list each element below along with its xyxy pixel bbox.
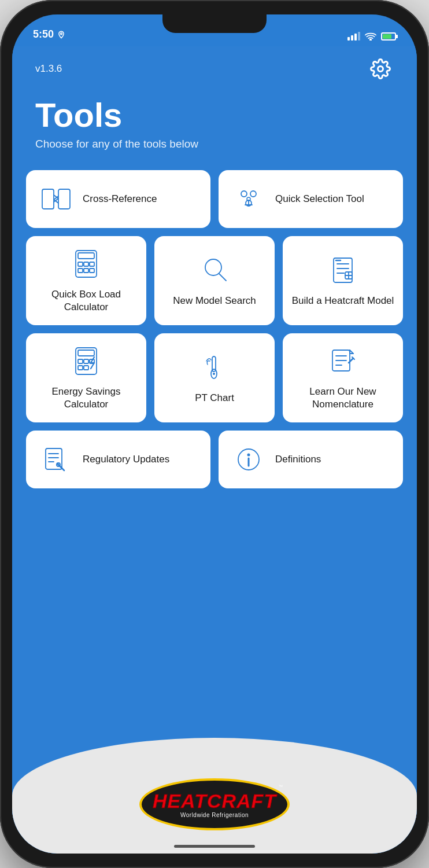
home-indicator[interactable] [174,845,255,848]
svg-point-1 [370,39,372,40]
version-label: v1.3.6 [35,63,62,75]
model-search-label: New Model Search [173,295,256,307]
svg-rect-27 [78,350,94,356]
regulatory-label: Regulatory Updates [83,453,169,466]
wifi-icon [365,32,376,41]
regulatory-icon [40,443,72,476]
tool-energy-savings[interactable]: Energy Savings Calculator [26,333,146,422]
cross-reference-label: Cross-Reference [83,193,157,205]
notch [162,14,267,33]
svg-rect-12 [84,262,88,266]
svg-rect-26 [76,348,97,374]
quick-selection-label: Quick Selection Tool [275,193,364,205]
gear-icon [370,58,391,79]
svg-rect-28 [78,359,83,363]
phone-frame: 5:50 [0,0,429,868]
svg-rect-29 [84,359,88,363]
svg-point-46 [247,454,250,457]
status-right [347,32,396,41]
phone-screen: 5:50 [12,14,417,854]
page-subtitle: Choose for any of the tools below [35,138,394,150]
tool-quick-selection[interactable]: Quick Selection Tool [219,170,403,228]
logo-sub-text: Worldwide Refrigeration [180,812,249,818]
time-display: 5:50 [33,28,54,41]
tool-definitions[interactable]: Definitions [219,431,403,488]
cross-reference-icon [40,183,72,215]
version-row: v1.3.6 [35,56,394,82]
battery-icon [381,32,396,41]
nomenclature-label: Learn Our New Nomenclature [290,385,396,411]
definitions-icon [232,443,265,476]
tool-cross-reference[interactable]: Cross-Reference [26,170,210,228]
nomenclature-icon [327,345,359,377]
settings-button[interactable] [367,56,394,82]
svg-point-35 [213,373,215,375]
svg-rect-16 [90,269,94,273]
pt-chart-label: PT Chart [195,392,234,404]
bottom-area: ™ HEATCRAFT Worldwide Refrigeration [12,715,417,854]
svg-rect-13 [90,262,94,266]
build-model-label: Build a Heatcraft Model [292,295,394,307]
svg-rect-31 [78,366,83,370]
energy-savings-label: Energy Savings Calculator [33,385,139,411]
tool-pt-chart[interactable]: PT Chart [154,333,275,422]
svg-line-18 [219,274,226,281]
tool-regulatory[interactable]: Regulatory Updates [26,431,210,488]
heatcraft-logo: ™ HEATCRAFT Worldwide Refrigeration [139,778,290,830]
svg-rect-14 [78,269,83,273]
svg-rect-4 [58,189,70,209]
definitions-label: Definitions [275,453,321,466]
svg-rect-32 [84,366,88,370]
calculator-icon [70,248,102,280]
svg-point-6 [250,191,256,197]
tool-model-search[interactable]: New Model Search [154,236,275,325]
svg-rect-3 [42,189,54,209]
svg-point-2 [378,67,383,72]
tools-row-3: Energy Savings Calculator [26,333,403,422]
logo-tm: ™ [278,784,283,789]
status-bar: 5:50 [12,14,417,46]
energy-icon [70,345,102,377]
bottom-curve: ™ HEATCRAFT Worldwide Refrigeration [12,738,417,854]
quick-selection-icon [232,183,265,215]
signal-bars [347,32,360,41]
tool-nomenclature[interactable]: Learn Our New Nomenclature [283,333,403,422]
logo-oval: ™ HEATCRAFT Worldwide Refrigeration [139,778,290,830]
svg-point-17 [205,259,221,275]
location-icon [57,31,65,39]
main-screen: v1.3.6 Tools Choose for any of the tools… [12,46,417,854]
build-model-icon [327,254,359,286]
tools-row-1: Cross-Reference Quick Sel [26,170,403,228]
svg-rect-15 [84,269,88,273]
search-icon [198,254,231,286]
svg-point-5 [241,191,247,197]
tool-box-load[interactable]: Quick Box Load Calculator [26,236,146,325]
tools-row-2: Quick Box Load Calculator New Model Sear… [26,236,403,325]
pt-chart-icon [198,351,231,384]
svg-rect-10 [78,253,94,259]
tools-grid: Cross-Reference Quick Sel [12,164,417,715]
svg-rect-9 [76,251,97,277]
svg-point-0 [61,32,62,34]
tools-row-4: Regulatory Updates Definitions [26,431,403,488]
box-load-label: Quick Box Load Calculator [33,288,139,314]
status-left: 5:50 [33,28,65,41]
svg-rect-11 [78,262,83,266]
logo-main-text: HEATCRAFT [153,791,276,811]
tool-build-model[interactable]: Build a Heatcraft Model [283,236,403,325]
header-area: v1.3.6 Tools Choose for any of the tools… [12,46,417,164]
page-title: Tools [35,98,394,132]
